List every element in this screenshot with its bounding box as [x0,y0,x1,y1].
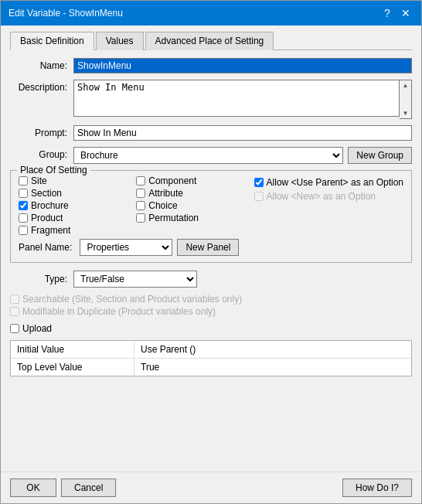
tab-basic-definition[interactable]: Basic Definition [10,32,94,50]
scroll-up-icon: ▲ [401,80,410,90]
type-label: Type: [10,274,73,284]
panel-row: Panel Name: Properties New Panel [19,239,403,256]
searchable-checkbox[interactable] [10,295,19,304]
how-do-i-button[interactable]: How Do I? [342,478,412,497]
name-row: Name: [10,58,412,73]
group-select[interactable]: Brochure [73,147,343,164]
permutation-checkbox[interactable] [136,213,145,223]
component-checkbox[interactable] [136,176,145,186]
cancel-button[interactable]: Cancel [61,478,116,497]
brochure-checkbox[interactable] [19,201,28,210]
ok-button[interactable]: OK [10,478,56,497]
prompt-field-wrapper [73,125,412,141]
description-scrollbar[interactable]: ▲ ▼ [400,80,412,119]
checkbox-section: Section [19,188,136,199]
place-of-setting-label: Place Of Setting [17,165,90,175]
description-label: Description: [10,80,73,93]
panel-select[interactable]: Properties [80,239,172,256]
disabled-section: Searchable (Site, Section and Product va… [10,294,412,318]
product-checkbox[interactable] [19,213,28,223]
product-label: Product [31,213,63,223]
prompt-row: Prompt: [10,125,412,141]
component-label: Component [148,175,196,186]
allow-use-parent-checkbox[interactable] [254,178,264,187]
help-button[interactable]: ? [379,5,395,21]
type-row: Type: True/False [10,271,412,288]
attribute-checkbox[interactable] [136,189,145,198]
modifiable-label: Modifiable in Duplicate (Product variabl… [22,306,216,317]
initial-value-val: Use Parent () [134,341,411,358]
new-group-button[interactable]: New Group [348,147,412,164]
group-label: Group: [10,147,73,160]
description-textarea[interactable]: Show In Menu [73,80,400,117]
checkbox-attribute: Attribute [136,188,254,199]
new-panel-button[interactable]: New Panel [177,239,239,256]
prompt-label: Prompt: [10,125,73,138]
group-dropdown-wrapper: Brochure New Group [73,147,412,164]
prompt-input[interactable] [73,125,412,141]
checkbox-permutation: Permutation [136,213,254,223]
tab-values[interactable]: Values [96,32,144,50]
scroll-down-icon: ▼ [401,108,410,118]
attribute-label: Attribute [148,188,183,199]
dialog: Edit Variable - ShowInMenu ? ✕ Basic Def… [0,0,422,504]
section-checkbox[interactable] [19,189,28,198]
checkbox-fragment: Fragment [19,225,136,236]
place-of-setting-group: Place Of Setting Site Section Brochure [10,170,412,263]
upload-label: Upload [22,323,52,334]
footer-left: OK Cancel [10,478,116,497]
checkbox-product: Product [19,213,136,223]
checkbox-site: Site [19,175,136,186]
allow-new-checkbox[interactable] [254,192,264,201]
site-checkbox[interactable] [19,176,28,186]
upload-checkbox[interactable] [10,324,19,333]
permutation-label: Permutation [148,213,199,223]
upload-option: Upload [10,323,412,334]
description-wrapper: Show In Menu ▲ ▼ [73,80,412,119]
choice-label: Choice [148,200,177,211]
allow-use-parent-option: Allow <Use Parent> as an Option [254,177,403,188]
panel-name-label: Panel Name: [19,242,72,253]
fragment-label: Fragment [31,225,70,236]
choice-checkbox[interactable] [136,201,145,210]
checkbox-brochure: Brochure [19,200,136,211]
allow-new-option: Allow <New> as an Option [254,191,403,202]
initial-value-key: Initial Value [11,341,134,358]
title-bar-controls: ? ✕ [379,5,413,21]
table-row-toplevel: Top Level Value True [11,359,411,376]
checkboxes-left: Site Section Brochure Product [19,175,136,236]
brochure-label: Brochure [31,200,69,211]
dialog-title: Edit Variable - ShowInMenu [9,8,123,19]
name-input[interactable] [73,58,412,73]
description-row: Description: Show In Menu ▲ ▼ [10,80,412,119]
modifiable-checkbox[interactable] [10,307,19,316]
close-button[interactable]: ✕ [398,5,413,21]
allow-new-label: Allow <New> as an Option [267,191,376,202]
modifiable-option: Modifiable in Duplicate (Product variabl… [10,306,412,317]
group-row: Group: Brochure New Group [10,147,412,164]
checkbox-component: Component [136,175,254,186]
fragment-checkbox[interactable] [19,226,28,235]
group-field-wrapper: Brochure New Group [73,147,412,164]
tab-advanced[interactable]: Advanced Place of Setting [145,32,274,50]
searchable-label: Searchable (Site, Section and Product va… [22,294,242,305]
table-row-initial: Initial Value Use Parent () [11,341,411,359]
site-label: Site [31,175,47,186]
toplevel-value-key: Top Level Value [11,359,134,376]
checkbox-choice: Choice [136,200,254,211]
type-select[interactable]: True/False [73,271,197,288]
checkboxes-middle: Component Attribute Choice Permutation [136,175,254,236]
dialog-content: Basic Definition Values Advanced Place o… [1,26,421,472]
name-field-wrapper [73,58,412,73]
searchable-option: Searchable (Site, Section and Product va… [10,294,412,305]
right-options: Allow <Use Parent> as an Option Allow <N… [254,175,403,236]
tabs-container: Basic Definition Values Advanced Place o… [10,32,412,50]
values-table: Initial Value Use Parent () Top Level Va… [10,340,412,376]
name-label: Name: [10,58,73,71]
toplevel-value-val: True [134,359,411,376]
section-label: Section [31,188,62,199]
place-of-setting-inner: Site Section Brochure Product [19,175,403,236]
allow-use-parent-label: Allow <Use Parent> as an Option [267,177,403,188]
title-bar: Edit Variable - ShowInMenu ? ✕ [1,1,421,26]
dialog-footer: OK Cancel How Do I? [1,472,421,503]
